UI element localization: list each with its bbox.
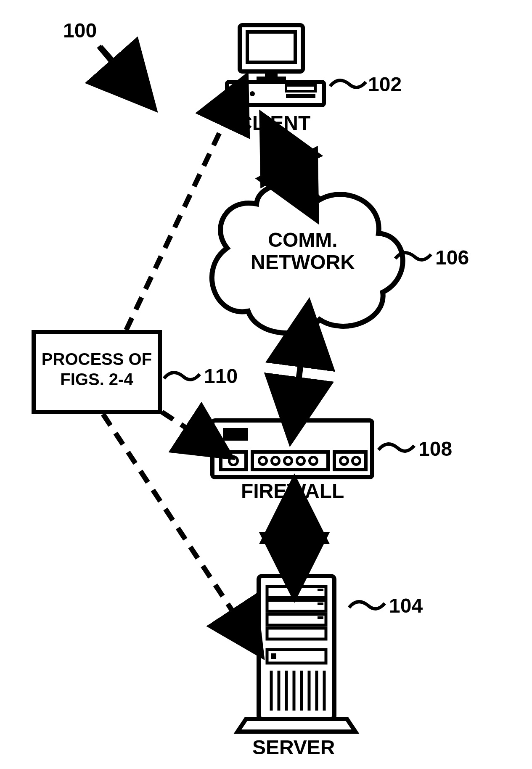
ref-102: 102 — [368, 73, 402, 96]
ref-108: 108 — [418, 437, 452, 460]
svg-point-23 — [340, 457, 348, 465]
svg-rect-27 — [267, 600, 326, 611]
client-computer-icon — [227, 25, 324, 105]
label-server: SERVER — [252, 736, 335, 759]
svg-rect-4 — [247, 32, 295, 62]
label-network-l1: COMM. — [268, 229, 337, 251]
svg-rect-34 — [271, 653, 276, 659]
svg-rect-28 — [267, 614, 326, 625]
svg-rect-30 — [318, 589, 323, 591]
ref-100-arrow — [99, 46, 139, 86]
label-firewall: FIREWALL — [241, 479, 344, 502]
firewall-icon — [212, 420, 372, 477]
ref-106: 106 — [435, 246, 469, 269]
svg-rect-29 — [267, 628, 326, 639]
svg-rect-31 — [318, 603, 323, 605]
label-network: COMM. NETWORK — [244, 229, 362, 274]
ref-100: 100 — [63, 19, 97, 42]
svg-point-24 — [352, 457, 360, 465]
svg-point-11 — [250, 91, 255, 96]
ref-104: 104 — [389, 594, 423, 617]
label-process-l2: FIGS. 2-4 — [60, 370, 133, 388]
tilde-110 — [164, 373, 200, 380]
diagram-canvas: 100 102 CLIENT COMM. NETWORK 106 PROCESS… — [0, 0, 532, 769]
svg-rect-32 — [318, 616, 323, 619]
svg-rect-8 — [286, 85, 315, 91]
label-network-l2: NETWORK — [251, 251, 355, 273]
label-process: PROCESS OF FIGS. 2-4 — [40, 349, 154, 389]
dashed-arrow-firewall — [162, 412, 210, 444]
svg-point-15 — [229, 457, 238, 465]
label-process-l1: PROCESS OF — [42, 350, 152, 368]
label-client: CLIENT — [238, 111, 310, 135]
svg-rect-13 — [223, 428, 248, 441]
svg-point-17 — [259, 457, 267, 465]
svg-rect-9 — [286, 94, 315, 98]
server-icon — [238, 576, 355, 732]
svg-point-18 — [272, 457, 279, 465]
svg-point-19 — [284, 457, 292, 465]
svg-rect-6 — [257, 77, 286, 80]
tilde-108 — [378, 444, 414, 451]
svg-rect-5 — [265, 71, 278, 77]
svg-point-20 — [297, 457, 304, 465]
ref-110: 110 — [204, 365, 238, 388]
svg-point-21 — [310, 457, 317, 465]
svg-rect-26 — [267, 587, 326, 597]
arrow-network-firewall — [294, 332, 305, 412]
svg-point-10 — [239, 91, 244, 96]
tilde-102 — [330, 80, 366, 87]
tilde-104 — [349, 602, 385, 609]
